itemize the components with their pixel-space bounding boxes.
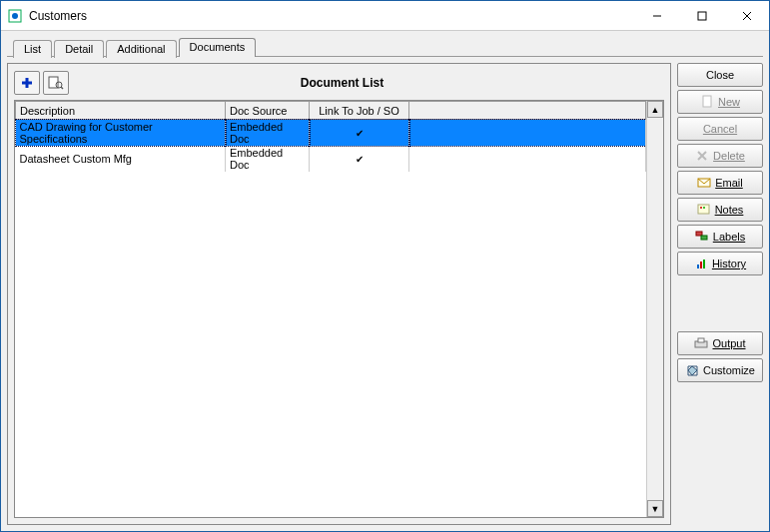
window-controls	[634, 1, 769, 30]
panel-title: Document List	[72, 76, 612, 90]
cell-doc-source: Embedded Doc	[226, 120, 310, 147]
client-area: List Detail Additional Documents Documen…	[1, 31, 769, 531]
cell-description: Datasheet Custom Mfg	[16, 146, 226, 172]
labels-button[interactable]: Labels	[677, 225, 763, 249]
svg-rect-11	[703, 96, 711, 107]
col-description[interactable]: Description	[16, 102, 226, 120]
body: Document List	[7, 57, 763, 525]
app-icon	[7, 8, 23, 24]
history-button[interactable]: History	[677, 252, 763, 275]
tab-detail[interactable]: Detail	[54, 40, 104, 58]
btn-label: Close	[706, 69, 734, 81]
close-button[interactable]: Close	[677, 63, 763, 87]
btn-label: Customize	[703, 364, 755, 376]
svg-rect-3	[698, 12, 706, 20]
cell-link	[310, 120, 409, 147]
tab-label: Additional	[117, 43, 165, 55]
col-link-to[interactable]: Link To Job / SO	[310, 102, 409, 120]
btn-label: Email	[715, 177, 743, 189]
svg-rect-20	[697, 265, 699, 268]
svg-rect-18	[696, 232, 702, 236]
cell-link	[310, 146, 409, 172]
tab-list[interactable]: List	[13, 40, 52, 58]
output-button[interactable]: Output	[677, 331, 763, 355]
panel-toolbar: Document List	[14, 70, 664, 96]
btn-label: History	[712, 258, 746, 269]
tab-label: Detail	[65, 43, 93, 55]
minimize-button[interactable]	[634, 1, 679, 30]
history-icon	[694, 257, 708, 270]
preview-icon	[48, 76, 64, 90]
btn-label: Labels	[713, 231, 745, 243]
preview-document-button[interactable]	[43, 71, 69, 95]
customize-button[interactable]: Customize	[677, 358, 763, 382]
notes-button[interactable]: Notes	[677, 198, 763, 222]
svg-rect-24	[698, 338, 704, 342]
tab-label: List	[24, 43, 41, 55]
titlebar: Customers	[1, 1, 769, 31]
tabstrip: List Detail Additional Documents	[7, 35, 763, 57]
delete-icon	[695, 149, 709, 163]
svg-rect-15	[698, 205, 709, 214]
btn-label: Notes	[715, 204, 744, 216]
svg-rect-22	[703, 260, 705, 268]
tab-additional[interactable]: Additional	[106, 40, 176, 58]
btn-label: New	[718, 96, 740, 108]
vertical-scrollbar[interactable]: ▲ ▼	[646, 101, 663, 517]
check-icon	[356, 127, 364, 139]
close-window-button[interactable]	[724, 1, 769, 30]
grid-empty-area	[15, 172, 646, 517]
action-column: Close New Cancel Delete Email Notes	[677, 63, 763, 525]
document-table: Description Doc Source Link To Job / SO …	[14, 100, 664, 518]
cell-filler	[409, 146, 646, 172]
window-title: Customers	[29, 9, 634, 23]
grid: Description Doc Source Link To Job / SO …	[15, 101, 646, 172]
customers-window: Customers List Detail Additional Documen…	[0, 0, 770, 532]
output-icon	[694, 336, 708, 350]
cell-doc-source: Embedded Doc	[226, 146, 310, 172]
customize-icon	[685, 363, 699, 377]
svg-rect-19	[701, 236, 707, 240]
btn-label: Output	[712, 337, 745, 349]
table-row[interactable]: CAD Drawing for Customer Specifications …	[16, 120, 646, 147]
spacer	[677, 278, 763, 328]
email-icon	[697, 176, 711, 190]
svg-marker-26	[688, 366, 697, 375]
scroll-down-button[interactable]: ▼	[647, 500, 663, 517]
add-document-button[interactable]	[14, 71, 40, 95]
table-row[interactable]: Datasheet Custom Mfg Embedded Doc	[16, 146, 646, 172]
labels-icon	[695, 230, 709, 244]
svg-line-10	[61, 87, 63, 89]
plus-icon	[20, 76, 34, 90]
tab-label: Documents	[190, 41, 246, 53]
svg-point-17	[703, 207, 705, 209]
svg-point-1	[12, 13, 18, 19]
col-filler	[409, 102, 646, 120]
btn-label: Cancel	[703, 123, 737, 135]
cell-description: CAD Drawing for Customer Specifications	[16, 120, 226, 147]
svg-rect-21	[700, 262, 702, 268]
check-icon	[356, 153, 364, 165]
new-icon	[700, 95, 714, 109]
delete-button[interactable]: Delete	[677, 144, 763, 168]
svg-point-16	[700, 207, 702, 209]
document-panel: Document List	[7, 63, 671, 525]
btn-label: Delete	[713, 150, 745, 162]
cancel-button[interactable]: Cancel	[677, 117, 763, 141]
spacer-bottom	[677, 385, 763, 525]
cell-filler	[409, 120, 646, 147]
maximize-button[interactable]	[679, 1, 724, 30]
new-button[interactable]: New	[677, 90, 763, 114]
tab-documents[interactable]: Documents	[179, 38, 257, 57]
scroll-up-button[interactable]: ▲	[647, 101, 663, 118]
email-button[interactable]: Email	[677, 171, 763, 195]
col-doc-source[interactable]: Doc Source	[226, 102, 310, 120]
header-row: Description Doc Source Link To Job / SO	[16, 102, 646, 120]
notes-icon	[697, 203, 711, 217]
